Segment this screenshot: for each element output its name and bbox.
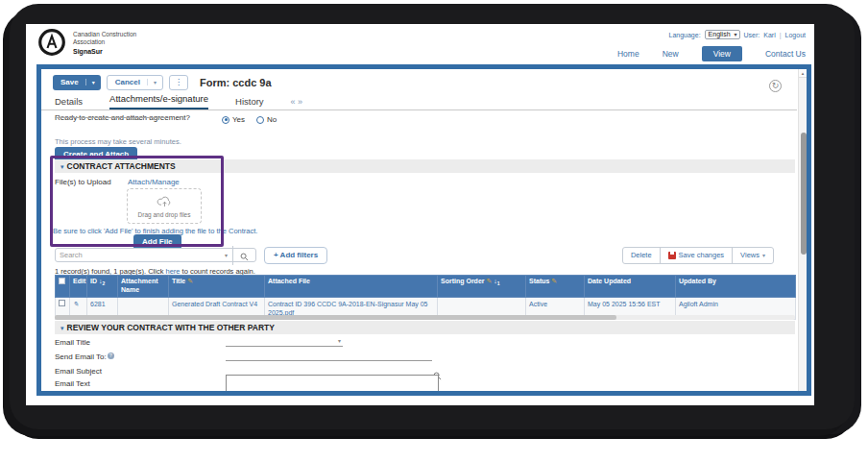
search-input[interactable] bbox=[56, 251, 220, 259]
org-name-line2: Association bbox=[73, 38, 136, 46]
save-dropdown-caret-icon: ▾ bbox=[85, 79, 101, 85]
col-updated-by[interactable]: Updated By bbox=[676, 276, 796, 298]
search-submit-button[interactable] bbox=[232, 246, 255, 265]
cancel-button[interactable]: Cancel▾ bbox=[107, 75, 163, 90]
col-status[interactable]: Status ✎ bbox=[526, 276, 585, 298]
search-dropdown-caret-icon[interactable]: ▾ bbox=[220, 252, 232, 258]
tab-attachments-esignature[interactable]: Attachments/e-signature bbox=[109, 93, 208, 110]
tab-details[interactable]: Details bbox=[55, 96, 83, 110]
separator: | bbox=[780, 32, 782, 38]
tab-scroll-arrows-icon[interactable]: « » bbox=[291, 97, 303, 110]
cancel-dropdown-caret-icon: ▾ bbox=[147, 79, 162, 85]
email-text-field[interactable] bbox=[226, 375, 439, 396]
agreement-question-label: Ready to create and attach agreement? bbox=[55, 113, 199, 124]
user-name[interactable]: Karl bbox=[763, 32, 775, 38]
email-text-label: Email Text bbox=[55, 379, 90, 388]
sort-asc-icon: ↓1 bbox=[494, 278, 499, 284]
radio-no-circle-icon[interactable] bbox=[256, 116, 264, 124]
editable-pencil-icon: ✎ bbox=[486, 278, 492, 284]
radio-no[interactable]: No bbox=[256, 115, 277, 124]
hscroll-thumb[interactable] bbox=[55, 315, 616, 320]
language-select[interactable]: English▾ bbox=[705, 30, 740, 39]
email-title-label: Email Title bbox=[55, 338, 90, 347]
email-subject-label: Email Subject bbox=[55, 367, 102, 376]
col-sorting-order[interactable]: Sorting Order ✎ ↓1 bbox=[438, 276, 526, 298]
chevron-down-icon: ▾ bbox=[735, 32, 737, 37]
language-label: Language: bbox=[668, 32, 700, 38]
section-collapse-caret-icon[interactable]: ▾ bbox=[60, 163, 64, 170]
email-title-select[interactable]: ▾ bbox=[226, 335, 343, 347]
row-divider-line bbox=[55, 117, 166, 118]
agreement-radio-group: Yes No bbox=[222, 115, 277, 124]
add-filters-button[interactable]: + Add filters bbox=[264, 247, 327, 264]
help-icon[interactable]: ? bbox=[108, 353, 114, 359]
form-title: Form: ccdc 9a bbox=[200, 77, 272, 88]
col-title[interactable]: Title ✎ bbox=[169, 276, 265, 298]
table-header-row: Edit ID ↓2 Attachment Name Title ✎ Attac… bbox=[56, 276, 796, 298]
file-dropzone[interactable]: Drag and drop files bbox=[127, 188, 202, 224]
col-attached-file[interactable]: Attached File bbox=[265, 276, 438, 298]
org-name-line1: Canadian Construction bbox=[73, 31, 136, 38]
user-label: User: bbox=[744, 32, 760, 38]
vscroll-thumb[interactable] bbox=[801, 133, 807, 255]
tab-history[interactable]: History bbox=[235, 96, 264, 110]
send-email-to-field[interactable] bbox=[226, 350, 432, 361]
attachments-table: Edit ID ↓2 Attachment Name Title ✎ Attac… bbox=[55, 275, 796, 320]
sort-desc-icon: ↓2 bbox=[99, 278, 105, 284]
table-horizontal-scrollbar[interactable] bbox=[55, 315, 795, 320]
contract-attachments-section-header[interactable]: ▾CONTRACT ATTACHMENTS bbox=[55, 159, 795, 173]
radio-yes[interactable]: Yes bbox=[222, 115, 245, 124]
radio-yes-circle-icon[interactable] bbox=[222, 116, 229, 124]
col-select bbox=[56, 276, 70, 298]
search-control: ▾ bbox=[55, 248, 256, 262]
nav-home[interactable]: Home bbox=[617, 49, 639, 59]
app-screen: Canadian Construction Association SignaS… bbox=[26, 24, 814, 405]
select-all-checkbox[interactable] bbox=[59, 278, 65, 284]
nav-contact-us[interactable]: Contact Us bbox=[765, 49, 806, 59]
col-id[interactable]: ID ↓2 bbox=[87, 276, 118, 298]
section-collapse-caret-icon[interactable]: ▾ bbox=[60, 325, 64, 331]
row-checkbox[interactable] bbox=[59, 300, 65, 306]
files-to-upload-label: File(s) to Upload bbox=[55, 178, 111, 186]
upload-cloud-icon bbox=[157, 196, 173, 207]
product-name: SignaSur bbox=[73, 48, 136, 55]
dropzone-label: Drag and drop files bbox=[128, 211, 201, 218]
editable-pencil-icon: ✎ bbox=[551, 278, 557, 284]
cca-logo-mark bbox=[37, 28, 66, 57]
refresh-icon[interactable]: ↻ bbox=[769, 80, 782, 92]
attach-manage-link[interactable]: Attach/Manage bbox=[128, 178, 180, 186]
search-icon bbox=[240, 253, 249, 261]
save-button[interactable]: Save▾ bbox=[53, 75, 101, 90]
process-duration-note: This process may take several minutes. bbox=[55, 137, 181, 146]
tabs-divider bbox=[41, 109, 797, 110]
col-edit[interactable]: Edit bbox=[70, 276, 87, 298]
views-caret-icon: ▾ bbox=[762, 252, 765, 258]
views-button[interactable]: Views ▾ bbox=[732, 248, 773, 263]
logout-link[interactable]: Logout bbox=[785, 32, 806, 38]
send-email-to-label: Send Email To:? bbox=[55, 353, 114, 361]
nav-new[interactable]: New bbox=[663, 49, 679, 59]
row-edit-icon[interactable]: ✎ bbox=[73, 301, 79, 307]
form-panel: Save▾ Cancel▾ ⋮ Form: ccdc 9a ↻ Details … bbox=[36, 64, 811, 396]
review-contract-section-header[interactable]: ▾REVIEW YOUR CONTRACT WITH THE OTHER PAR… bbox=[55, 321, 795, 334]
select-caret-icon: ▾ bbox=[338, 337, 343, 344]
editable-pencil-icon: ✎ bbox=[187, 278, 193, 284]
delete-button[interactable]: Delete bbox=[623, 248, 660, 263]
cca-logo: Canadian Construction Association SignaS… bbox=[37, 28, 136, 57]
save-changes-button[interactable]: Save changes bbox=[660, 248, 733, 263]
more-actions-button[interactable]: ⋮ bbox=[169, 75, 188, 90]
col-attachment-name[interactable]: Attachment Name bbox=[118, 276, 169, 298]
save-icon bbox=[668, 252, 676, 259]
vertical-scrollbar[interactable]: ▴ bbox=[798, 69, 807, 391]
nav-view[interactable]: View bbox=[702, 46, 742, 61]
col-date-updated[interactable]: Date Updated bbox=[585, 276, 676, 298]
scroll-up-arrow-icon[interactable]: ▴ bbox=[799, 69, 807, 78]
